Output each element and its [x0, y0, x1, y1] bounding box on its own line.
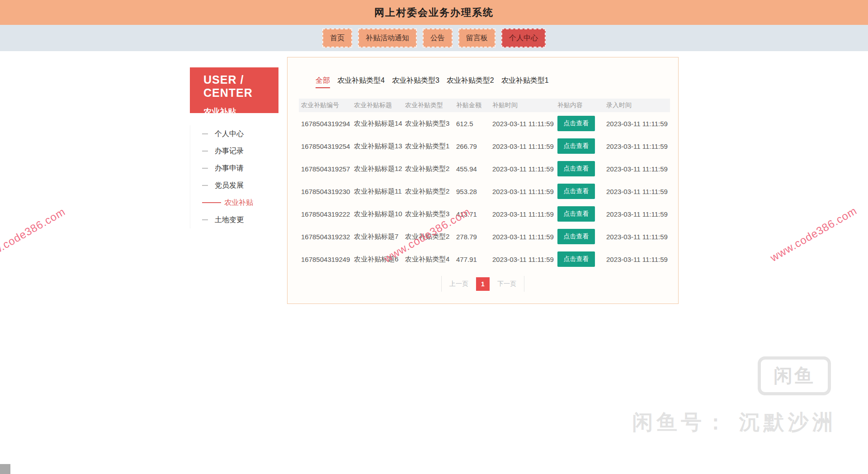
- dash-icon: [202, 202, 221, 203]
- cell-amount: 612.5: [456, 120, 492, 128]
- nav-item-message-board[interactable]: 留言板: [458, 28, 495, 47]
- cell-time: 2023-03-11 11:11:59: [492, 210, 557, 218]
- nav-item-home[interactable]: 首页: [322, 28, 352, 47]
- cell-type: 农业补贴类型2: [405, 187, 456, 196]
- nav-item-subsidy-notice[interactable]: 补贴活动通知: [358, 28, 417, 47]
- cell-amount: 477.91: [456, 256, 492, 263]
- cell-time: 2023-03-11 11:11:59: [492, 120, 557, 128]
- cell-entry-time: 2023-03-11 11:11:59: [606, 210, 670, 218]
- site-watermark: www.code386.com: [768, 204, 859, 264]
- view-button[interactable]: 点击查看: [557, 206, 595, 222]
- sidebar-item-business-records[interactable]: 办事记录: [190, 142, 278, 160]
- cell-id: 1678504319232: [299, 233, 354, 241]
- cell-type: 农业补贴类型4: [405, 255, 456, 264]
- cell-title: 农业补贴标题14: [354, 119, 405, 128]
- table-row: 1678504319232 农业补贴标题7 农业补贴类型2 278.79 202…: [299, 225, 670, 248]
- app-title: 网上村委会业务办理系统: [374, 6, 494, 19]
- cell-entry-time: 2023-03-11 11:11:59: [606, 165, 670, 173]
- cell-entry-time: 2023-03-11 11:11:59: [606, 233, 670, 241]
- cell-type: 农业补贴类型1: [405, 142, 456, 151]
- filter-all[interactable]: 全部: [316, 76, 330, 88]
- nav-item-announcement[interactable]: 公告: [423, 28, 453, 47]
- sidebar-item-label: 党员发展: [215, 181, 244, 190]
- cell-amount: 455.94: [456, 165, 492, 173]
- table-row: 1678504319294 农业补贴标题14 农业补贴类型3 612.5 202…: [299, 112, 670, 135]
- cell-title: 农业补贴标题6: [354, 255, 405, 264]
- pagination-page-1[interactable]: 1: [476, 277, 490, 291]
- sidebar: USER / CENTER 农业补贴 个人中心 办事记录 办事申请 党员发展: [190, 67, 278, 228]
- sidebar-item-party-member-development[interactable]: 党员发展: [190, 177, 278, 194]
- cell-type: 农业补贴类型3: [405, 119, 456, 128]
- cell-time: 2023-03-11 11:11:59: [492, 188, 557, 195]
- col-header-type: 农业补贴类型: [405, 101, 456, 109]
- cell-id: 1678504319230: [299, 188, 354, 195]
- cell-type: 农业补贴类型2: [405, 165, 456, 173]
- site-watermark: www.code386.com: [0, 205, 67, 265]
- cell-amount: 953.28: [456, 188, 492, 195]
- col-header-title: 农业补贴标题: [354, 101, 405, 109]
- dash-icon: [202, 185, 208, 186]
- col-header-time: 补贴时间: [492, 101, 557, 109]
- sidebar-item-business-application[interactable]: 办事申请: [190, 160, 278, 177]
- dash-icon: [202, 133, 208, 134]
- pagination: 上一页 1 下一页: [288, 276, 678, 292]
- sidebar-item-label: 办事记录: [215, 147, 244, 156]
- view-button[interactable]: 点击查看: [557, 251, 595, 267]
- table-row: 1678504319249 农业补贴标题6 农业补贴类型4 477.91 202…: [299, 248, 670, 270]
- cell-time: 2023-03-11 11:11:59: [492, 256, 557, 263]
- pagination-prev[interactable]: 上一页: [449, 280, 468, 288]
- app-header: 网上村委会业务办理系统: [0, 0, 868, 25]
- cell-time: 2023-03-11 11:11:59: [492, 233, 557, 241]
- pagination-divider: [441, 276, 442, 292]
- cell-entry-time: 2023-03-11 11:11:59: [606, 142, 670, 150]
- dash-icon: [202, 219, 208, 220]
- pagination-next[interactable]: 下一页: [497, 280, 516, 288]
- cell-id: 1678504319294: [299, 120, 354, 128]
- main-nav: 首页 补贴活动通知 公告 留言板 个人中心: [0, 25, 868, 51]
- table-row: 1678504319230 农业补贴标题11 农业补贴类型2 953.28 20…: [299, 180, 670, 203]
- sidebar-item-label: 办事申请: [215, 164, 244, 173]
- view-button[interactable]: 点击查看: [557, 116, 595, 131]
- cell-title: 农业补贴标题7: [354, 232, 405, 241]
- cell-time: 2023-03-11 11:11:59: [492, 165, 557, 173]
- cell-title: 农业补贴标题10: [354, 210, 405, 218]
- sidebar-header: USER / CENTER 农业补贴: [190, 67, 278, 113]
- cell-time: 2023-03-11 11:11:59: [492, 142, 557, 150]
- sidebar-title: USER / CENTER: [203, 73, 274, 100]
- table-row: 1678504319254 农业补贴标题13 农业补贴类型1 266.79 20…: [299, 135, 670, 157]
- cell-amount: 266.79: [456, 142, 492, 150]
- filter-type-3[interactable]: 农业补贴类型3: [392, 76, 439, 88]
- table-row: 1678504319257 农业补贴标题12 农业补贴类型2 455.94 20…: [299, 157, 670, 180]
- view-button[interactable]: 点击查看: [557, 229, 595, 244]
- filter-type-1[interactable]: 农业补贴类型1: [501, 76, 549, 88]
- cell-title: 农业补贴标题12: [354, 165, 405, 173]
- sidebar-item-personal-center[interactable]: 个人中心: [190, 125, 278, 142]
- table-header-row: 农业补贴编号 农业补贴标题 农业补贴类型 补贴金额 补贴时间 补贴内容 录入时间: [299, 99, 670, 112]
- cell-id: 1678504319222: [299, 210, 354, 218]
- cell-id: 1678504319254: [299, 142, 354, 150]
- view-button[interactable]: 点击查看: [557, 161, 595, 176]
- cell-entry-time: 2023-03-11 11:11:59: [606, 120, 670, 128]
- sidebar-item-label: 土地变更: [215, 215, 244, 225]
- dash-icon: [202, 168, 208, 169]
- col-header-entry-time: 录入时间: [606, 101, 670, 109]
- sidebar-item-land-change[interactable]: 土地变更: [190, 211, 278, 228]
- view-button[interactable]: 点击查看: [557, 138, 595, 154]
- cell-type: 农业补贴类型3: [405, 210, 456, 218]
- cell-amount: 278.79: [456, 233, 492, 241]
- cell-title: 农业补贴标题11: [354, 187, 405, 196]
- filter-type-2[interactable]: 农业补贴类型2: [447, 76, 494, 88]
- nav-item-personal-center[interactable]: 个人中心: [501, 28, 546, 47]
- filter-type-4[interactable]: 农业补贴类型4: [337, 76, 385, 88]
- view-button[interactable]: 点击查看: [557, 184, 595, 199]
- screen: 网上村委会业务办理系统 首页 补贴活动通知 公告 留言板 个人中心 USER /…: [0, 0, 868, 474]
- subsidy-table: 农业补贴编号 农业补贴标题 农业补贴类型 补贴金额 补贴时间 补贴内容 录入时间…: [299, 99, 670, 270]
- col-header-id: 农业补贴编号: [299, 101, 354, 109]
- col-header-amount: 补贴金额: [456, 101, 492, 109]
- cell-title: 农业补贴标题13: [354, 142, 405, 151]
- cell-entry-time: 2023-03-11 11:11:59: [606, 188, 670, 195]
- xianyu-logo-watermark: 闲鱼: [758, 356, 831, 395]
- pagination-divider: [524, 276, 524, 292]
- sidebar-item-agricultural-subsidy[interactable]: 农业补贴: [190, 194, 278, 211]
- cell-id: 1678504319249: [299, 256, 354, 263]
